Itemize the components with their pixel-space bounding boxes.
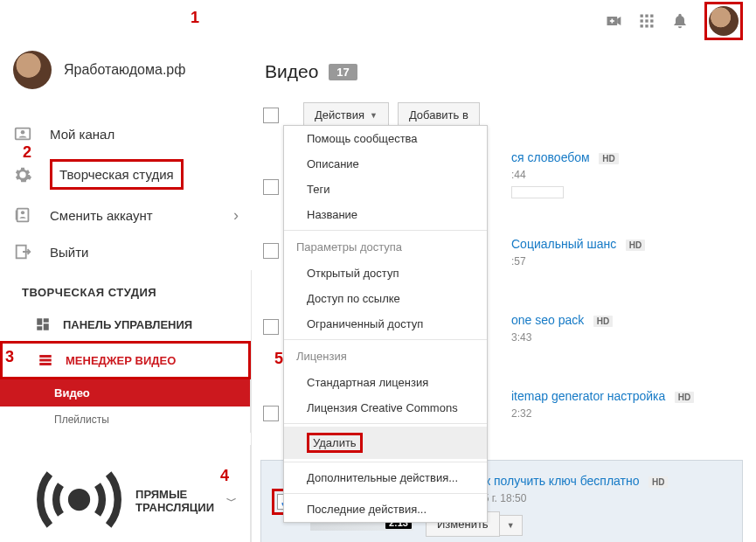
video-duration-text: 2:32 <box>511 407 743 420</box>
dd-title[interactable]: Название <box>284 202 487 227</box>
svg-rect-15 <box>17 209 29 222</box>
video-manager-icon <box>38 352 53 368</box>
row-checkbox[interactable] <box>263 179 279 195</box>
select-all-checkbox[interactable] <box>263 108 279 123</box>
subnav-live[interactable]: ПРЯМЫЕ ТРАНСЛЯЦИИ ﹀ <box>0 445 251 542</box>
svg-point-16 <box>21 211 24 214</box>
nav-label: Мой канал <box>50 127 114 142</box>
nav-my-channel[interactable]: Мой канал <box>0 115 252 152</box>
page-header: Видео 17 <box>260 42 743 98</box>
subnav-dashboard[interactable]: ПАНЕЛЬ УПРАВЛЕНИЯ <box>0 308 251 341</box>
video-count-badge: 17 <box>329 64 357 80</box>
dd-tags[interactable]: Теги <box>284 177 487 202</box>
hd-badge: HD <box>626 240 645 251</box>
row-checkbox[interactable] <box>263 406 279 421</box>
edit-dropdown-button[interactable]: ▼ <box>500 515 523 536</box>
studio-section-title: ТВОРЧЕСКАЯ СТУДИЯ <box>0 270 252 308</box>
svg-rect-7 <box>641 19 643 22</box>
dd-more-actions[interactable]: Дополнительные действия... <box>284 465 487 490</box>
switch-account-icon <box>13 205 32 225</box>
svg-point-14 <box>21 130 25 135</box>
video-duration-text: :57 <box>511 255 743 268</box>
dd-private[interactable]: Ограниченный доступ <box>284 311 487 337</box>
svg-marker-1 <box>617 17 621 25</box>
subnav-videos[interactable]: Видео <box>0 379 251 406</box>
nav-creator-studio[interactable]: Творческая студия <box>0 152 252 197</box>
chevron-right-icon: › <box>233 206 239 225</box>
nav-sign-out[interactable]: Выйти <box>0 233 252 270</box>
dd-recent-actions[interactable]: Последние действия... <box>284 497 487 522</box>
notifications-icon[interactable] <box>671 12 689 30</box>
dd-access-header: Параметры доступа <box>284 233 487 261</box>
caret-down-icon: ▼ <box>507 521 515 530</box>
upload-icon[interactable] <box>605 12 622 30</box>
subnav-label: ПАНЕЛЬ УПРАВЛЕНИЯ <box>63 318 192 331</box>
hd-badge: HD <box>593 316 613 327</box>
video-title[interactable]: one seo pack <box>511 313 584 327</box>
svg-rect-6 <box>650 15 653 17</box>
dd-unlisted[interactable]: Доступ по ссылке <box>284 286 487 311</box>
annotation-4: 4 <box>220 467 229 485</box>
svg-rect-24 <box>39 359 52 362</box>
avatar-highlight-box <box>704 2 743 40</box>
dd-description[interactable]: Описание <box>284 151 487 177</box>
svg-rect-22 <box>44 323 49 330</box>
subnav-video-manager[interactable]: МЕНЕДЖЕР ВИДЕО <box>0 341 251 379</box>
subnav-playlists[interactable]: Плейлисты <box>0 406 251 433</box>
nav-label: Сменить аккаунт <box>50 208 153 223</box>
svg-rect-8 <box>645 19 648 22</box>
svg-rect-10 <box>641 24 643 27</box>
svg-rect-3 <box>610 20 614 22</box>
svg-rect-12 <box>650 24 653 27</box>
annotation-3: 3 <box>5 348 14 366</box>
subnav-label: МЕНЕДЖЕР ВИДЕО <box>66 354 176 367</box>
svg-rect-25 <box>39 363 52 365</box>
svg-rect-19 <box>37 318 42 325</box>
row-checkbox[interactable] <box>263 319 279 335</box>
dd-community-help[interactable]: Помощь сообщества <box>284 126 487 151</box>
row-checkbox[interactable] <box>263 243 279 259</box>
nav-label: Творческая студия <box>59 167 174 182</box>
nav-switch-account[interactable]: Сменить аккаунт › <box>0 197 252 233</box>
video-title[interactable]: itemap generator настройка <box>511 389 665 403</box>
dd-std-license[interactable]: Стандартная лицензия <box>284 370 487 395</box>
account-avatar-icon[interactable] <box>709 6 739 36</box>
video-title[interactable]: ся словоебом <box>511 150 590 164</box>
add-to-button[interactable]: Добавить в <box>398 102 480 128</box>
delete-highlight-box: Удалить <box>307 433 363 453</box>
svg-rect-17 <box>16 211 17 220</box>
channel-name: Яработаюдома.рф <box>64 62 185 78</box>
person-icon <box>13 124 32 143</box>
video-title[interactable]: Социальный шанс <box>511 237 616 251</box>
hd-badge: HD <box>648 476 668 488</box>
page-title: Видео <box>265 61 318 82</box>
nav-label: Выйти <box>50 245 88 260</box>
live-icon <box>35 455 123 542</box>
svg-rect-20 <box>44 318 49 323</box>
dd-license-header: Лицензия <box>284 343 487 370</box>
annotation-2: 2 <box>23 143 31 162</box>
gear-icon <box>13 165 32 184</box>
subnav-label: ПРЯМЫЕ ТРАНСЛЯЦИИ <box>135 488 214 514</box>
apps-icon[interactable] <box>638 12 655 30</box>
hd-badge: HD <box>599 153 618 164</box>
svg-rect-23 <box>39 355 52 358</box>
button-label: Добавить в <box>409 108 468 122</box>
svg-rect-9 <box>650 19 653 22</box>
video-duration-text: :44 <box>511 169 743 181</box>
actions-button[interactable]: Действия ▼ <box>303 102 389 128</box>
button-label: Действия <box>315 108 364 122</box>
profile-row: Яработаюдома.рф <box>0 42 252 98</box>
creator-studio-highlight-box: Творческая студия <box>50 159 184 190</box>
dd-cc-license[interactable]: Лицензия Creative Commons <box>284 395 487 420</box>
svg-point-26 <box>72 492 87 507</box>
dd-delete[interactable]: Удалить <box>284 427 487 459</box>
svg-rect-11 <box>645 24 648 27</box>
svg-rect-4 <box>641 15 643 17</box>
main-content: Видео 17 Действия ▼ Добавить в Помощь со… <box>252 42 756 542</box>
actions-dropdown: Помощь сообщества Описание Теги Название… <box>283 125 488 523</box>
dd-public[interactable]: Открытый доступ <box>284 261 487 286</box>
caret-down-icon: ▼ <box>370 111 378 120</box>
svg-rect-21 <box>37 326 42 330</box>
annotation-1: 1 <box>191 9 199 27</box>
